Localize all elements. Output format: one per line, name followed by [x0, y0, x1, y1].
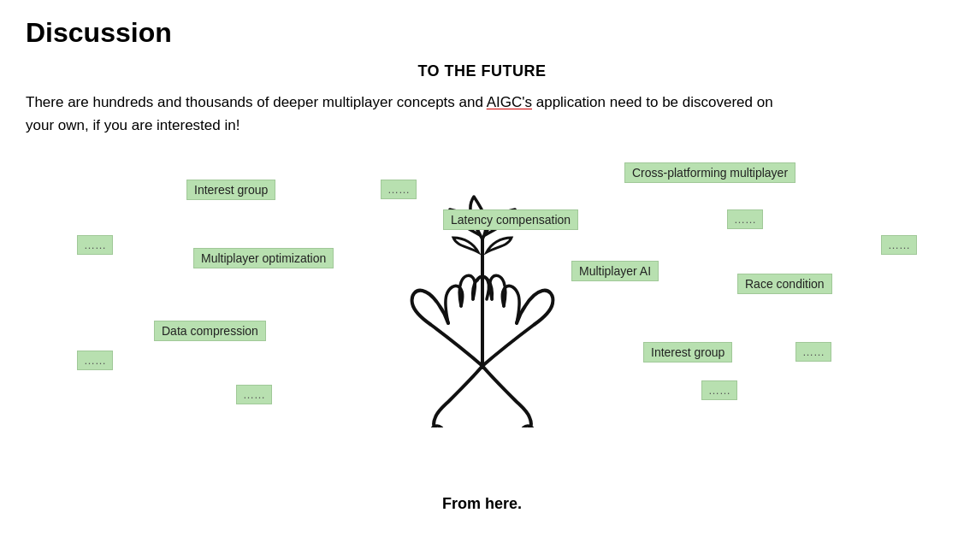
concept-tag-interest-group-1: Interest group — [186, 180, 275, 200]
aigc-text: AIGC's — [487, 94, 532, 110]
concept-tag-dots-3: …… — [77, 235, 113, 255]
concept-tag-dots-8: …… — [701, 380, 737, 400]
concept-tag-data-compression: Data compression — [154, 321, 266, 341]
concept-tag-dots-4: …… — [881, 235, 917, 255]
concept-tag-dots-5: …… — [77, 351, 113, 370]
concept-tag-dots-2: …… — [727, 209, 763, 229]
intro-text: There are hundreds and thousands of deep… — [26, 91, 795, 137]
svg-point-2 — [522, 426, 534, 427]
concept-tag-race-condition: Race condition — [737, 274, 832, 294]
page-title: Discussion — [26, 17, 938, 49]
concept-tag-multiplayer-optimization: Multiplayer optimization — [193, 248, 334, 268]
from-here-label: From here. — [442, 495, 522, 513]
section-heading: TO THE FUTURE — [26, 62, 938, 80]
intro-text-part1: There are hundreds and thousands of deep… — [26, 94, 487, 110]
concept-area: Interest group……Cross-platforming multip… — [26, 154, 938, 513]
concept-tag-dots-7: …… — [236, 385, 272, 404]
concept-tag-latency-compensation: Latency compensation — [443, 209, 578, 230]
concept-tag-interest-group-2: Interest group — [643, 342, 732, 363]
svg-point-1 — [431, 426, 443, 427]
concept-tag-dots-1: …… — [381, 180, 417, 199]
concept-tag-cross-platforming: Cross-platforming multiplayer — [624, 162, 795, 183]
concept-tag-dots-6: …… — [795, 342, 831, 362]
concept-tag-multiplayer-ai: Multiplayer AI — [571, 261, 659, 281]
